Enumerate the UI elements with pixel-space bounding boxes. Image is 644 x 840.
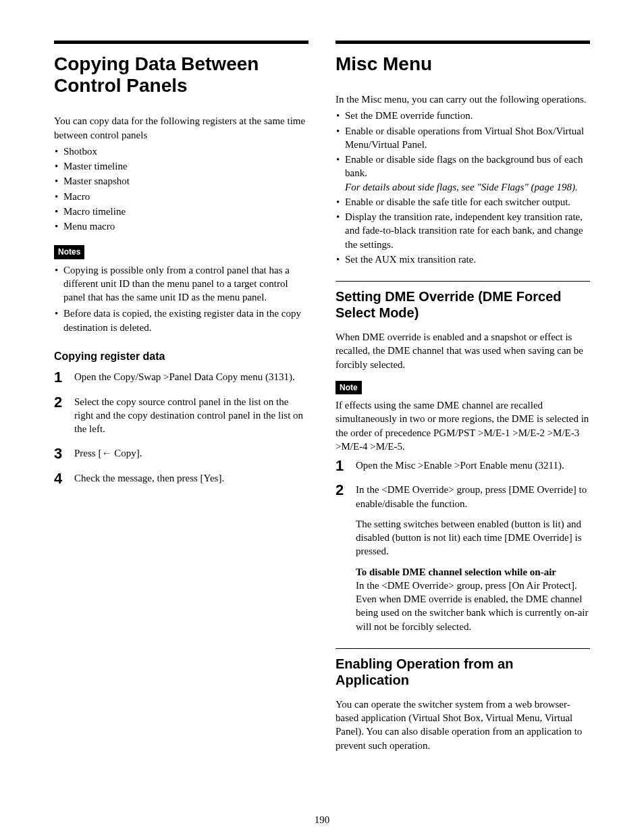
list-item: Display the transition rate, independent… bbox=[336, 210, 590, 251]
list-item: Macro bbox=[54, 190, 308, 203]
intro-para: You can copy data for the following regi… bbox=[54, 114, 308, 142]
list-italic-ref: For details about side flags, see "Side … bbox=[345, 182, 578, 192]
enabling-para: You can operate the switcher system from… bbox=[336, 698, 590, 752]
step-text: In the <DME Override> group, press [DME … bbox=[356, 484, 587, 508]
list-item: Master snapshot bbox=[54, 174, 308, 188]
list-item: Shotbox bbox=[54, 145, 308, 158]
list-text: Enable or disable side flags on the back… bbox=[345, 154, 583, 178]
list-item: Set the DME override function. bbox=[336, 109, 590, 122]
list-item: Set the AUX mix transition rate. bbox=[336, 253, 590, 266]
notes-list: Copying is possible only from a control … bbox=[54, 263, 308, 334]
list-item: Menu macro bbox=[54, 219, 308, 233]
list-item: Enable or disable operations from Virtua… bbox=[336, 124, 590, 152]
step-sub-para: The setting switches between enabled (bu… bbox=[356, 517, 590, 558]
step-item: Select the copy source control panel in … bbox=[54, 395, 308, 436]
step-sub-text: In the <DME Override> group, press [On A… bbox=[356, 580, 589, 632]
misc-intro: In the Misc menu, you can carry out the … bbox=[336, 93, 590, 106]
page-columns: Copying Data Between Control Panels You … bbox=[54, 41, 590, 755]
register-list: Shotbox Master timeline Master snapshot … bbox=[54, 145, 308, 234]
step-item: Press [← Copy]. bbox=[54, 446, 308, 460]
dme-note-text: If effects using the same DME channel ar… bbox=[336, 398, 590, 453]
heading-dme-override: Setting DME Override (DME Forced Select … bbox=[336, 288, 590, 321]
list-item: Enable or disable the safe title for eac… bbox=[336, 195, 590, 209]
subheading-copying-register: Copying register data bbox=[54, 349, 308, 364]
right-column: Misc Menu In the Misc menu, you can carr… bbox=[336, 41, 590, 755]
misc-ops-list: Set the DME override function. Enable or… bbox=[336, 109, 590, 266]
subsection-rule bbox=[336, 281, 590, 282]
note-item: Copying is possible only from a control … bbox=[54, 263, 308, 305]
step-item: Open the Misc >Enable >Port Enable menu … bbox=[336, 458, 590, 472]
step-item: Check the message, then press [Yes]. bbox=[54, 471, 308, 485]
list-text: Set the DME override function. bbox=[345, 110, 473, 121]
list-item: Master timeline bbox=[54, 159, 308, 173]
list-text: Enable or disable operations from Virtua… bbox=[345, 126, 584, 150]
subsection-rule bbox=[336, 648, 590, 649]
page-number: 190 bbox=[0, 813, 644, 826]
step-bold-heading: To disable DME channel selection while o… bbox=[356, 567, 556, 577]
dme-para: When DME override is enabled and a snaps… bbox=[336, 330, 590, 371]
list-text: Set the AUX mix transition rate. bbox=[345, 254, 476, 265]
step-text: Open the Misc >Enable >Port Enable menu … bbox=[356, 460, 564, 471]
step-item: Open the Copy/Swap >Panel Data Copy menu… bbox=[54, 370, 308, 384]
list-text: Enable or disable the safe title for eac… bbox=[345, 196, 570, 207]
section-rule bbox=[54, 41, 308, 44]
notes-badge: Notes bbox=[54, 245, 84, 259]
list-item: Macro timeline bbox=[54, 205, 308, 218]
copy-steps: Open the Copy/Swap >Panel Data Copy menu… bbox=[54, 370, 308, 485]
dme-steps: Open the Misc >Enable >Port Enable menu … bbox=[336, 458, 590, 633]
step-sub-block: To disable DME channel selection while o… bbox=[356, 565, 590, 633]
list-text: Display the transition rate, independent… bbox=[345, 211, 583, 250]
section-rule bbox=[336, 41, 590, 44]
note-badge: Note bbox=[336, 381, 362, 394]
heading-enabling-operation: Enabling Operation from an Application bbox=[336, 656, 590, 688]
list-item: Enable or disable side flags on the back… bbox=[336, 153, 590, 194]
heading-misc-menu: Misc Menu bbox=[336, 53, 590, 75]
step-item: In the <DME Override> group, press [DME … bbox=[336, 483, 590, 633]
note-item: Before data is copied, the existing regi… bbox=[54, 307, 308, 334]
heading-copying-data: Copying Data Between Control Panels bbox=[54, 53, 308, 97]
left-column: Copying Data Between Control Panels You … bbox=[54, 41, 308, 755]
